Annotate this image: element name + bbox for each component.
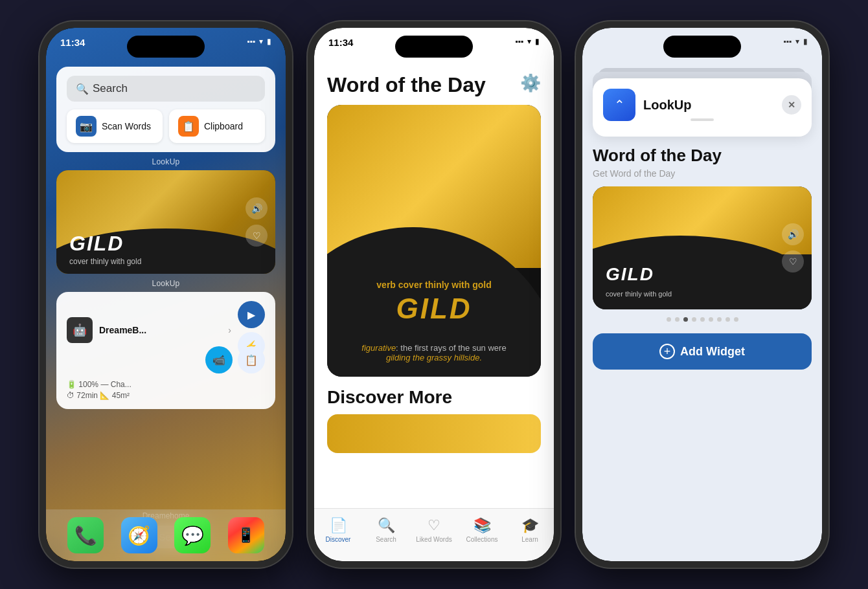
map-btn[interactable]: 📋: [238, 346, 265, 373]
preview-card-actions: 🔊 ♡: [782, 223, 804, 272]
dock-bar: 📞 🧭 💬 📱: [46, 509, 286, 561]
collections-label: Collections: [466, 536, 498, 543]
search-input-label[interactable]: Search: [93, 82, 128, 95]
discover-title: Discover More: [314, 377, 554, 414]
gild-widget[interactable]: GILD cover thinly with gold 🔊 ♡: [56, 170, 275, 274]
tab-liked[interactable]: ♡ Liked Words: [410, 517, 458, 543]
dot-3: [683, 317, 688, 322]
dh-device-icon: 🤖: [67, 317, 93, 343]
dot-9: [734, 317, 738, 322]
sound-btn[interactable]: 🔊: [246, 197, 268, 219]
scan-words-btn[interactable]: 📷 Scan Words: [67, 109, 163, 143]
app-card-header: ⌃ LookUp ✕: [603, 89, 801, 121]
widget-type-sub: Get Word of the Day: [582, 168, 822, 186]
preview-gild-word: GILD: [606, 264, 654, 285]
app-card-icon: ⌃: [603, 89, 635, 121]
battery-icon: ▮: [267, 37, 271, 46]
app-name: LookUp: [643, 98, 774, 113]
tab-search[interactable]: 🔍 Search: [362, 517, 410, 543]
dh-battery: 🔋 100% — Cha...: [67, 380, 265, 389]
add-widget-label: Add Widget: [680, 345, 745, 359]
play-btn[interactable]: ▶: [238, 301, 265, 328]
status-icons-2: ▪▪▪ ▾ ▮: [515, 37, 540, 46]
dh-stats: 🔋 100% — Cha... ⏱ 72min 📐 45m²: [67, 380, 265, 400]
lookup-label-1: LookUp: [56, 157, 275, 166]
lookup-label-2: LookUp: [56, 279, 275, 288]
battery-icon-2: ▮: [535, 37, 540, 46]
dh-time-area: ⏱ 72min 📐 45m²: [67, 391, 265, 400]
dot-7: [717, 317, 722, 322]
dock-safari-icon[interactable]: 🧭: [121, 517, 157, 553]
phone3-content: ⌃ LookUp ✕ Word of the Day Get Word of t…: [582, 63, 822, 561]
big-gild-card[interactable]: verb cover thinly with gold GILD figurat…: [327, 105, 541, 377]
heart-btn[interactable]: ♡: [246, 225, 268, 247]
status-time-1: 11:34: [60, 37, 85, 48]
wifi-icon: ▾: [259, 37, 263, 46]
preview-sound-btn[interactable]: 🔊: [782, 223, 804, 245]
widget-container-1: 🔍 Search 📷 Scan Words 📋 Clipboard: [56, 67, 275, 414]
dynamic-island-2: [395, 36, 473, 58]
add-widget-icon: +: [659, 344, 675, 359]
phone-1: 11:34 ▪▪▪ ▾ ▮ 🔍 Search 📷: [40, 21, 292, 568]
gild-example: figurative: the first rays of the sun we…: [340, 343, 528, 362]
tab-collections[interactable]: 📚 Collections: [458, 517, 506, 543]
discover-label: Discover: [326, 536, 351, 543]
learn-icon: 🎓: [521, 517, 539, 534]
dynamic-island-3: [663, 36, 741, 58]
close-btn[interactable]: ✕: [782, 95, 801, 115]
dreamehome-widget[interactable]: 🤖 DreameB... › ▶ ⚡ 📹 📋 🔋 100% — Cha...: [56, 292, 275, 409]
dot-8: [725, 317, 730, 322]
wotd-title: Word of the Day: [314, 63, 554, 105]
gild-word-big: GILD: [327, 293, 541, 325]
dynamic-island-1: [127, 36, 205, 58]
phone-2: 11:34 ▪▪▪ ▾ ▮ ⚙️ Word of the Day verb co…: [308, 21, 560, 568]
preview-card[interactable]: GILD cover thinly with gold 🔊 ♡: [593, 186, 812, 309]
battery-icon-3: ▮: [803, 37, 808, 46]
quick-actions: 📷 Scan Words 📋 Clipboard: [67, 109, 265, 143]
status-icons-3: ▪▪▪ ▾ ▮: [783, 37, 808, 46]
widget-type-title: Word of the Day: [582, 137, 822, 168]
dot-4: [692, 317, 696, 322]
gild-pos: verb cover thinly with gold: [327, 280, 541, 290]
lookup-app-icon: ⌃: [614, 97, 625, 113]
discover-icon: 📄: [330, 517, 347, 534]
clipboard-icon: 📋: [178, 116, 199, 137]
tab-learn[interactable]: 🎓 Learn: [506, 517, 554, 543]
gild-figurative: figurative: [361, 343, 396, 353]
gear-btn[interactable]: ⚙️: [520, 73, 541, 93]
preview-heart-btn[interactable]: ♡: [782, 250, 804, 272]
signal-icon: ▪▪▪: [247, 37, 255, 46]
dock-messages-icon[interactable]: 💬: [174, 517, 211, 553]
signal-icon-3: ▪▪▪: [783, 37, 792, 46]
gild-actions: 🔊 ♡: [246, 197, 268, 247]
collections-icon: 📚: [474, 517, 491, 534]
add-widget-btn[interactable]: + Add Widget: [593, 333, 812, 370]
dot-6: [709, 317, 713, 322]
status-time-2: 11:34: [328, 37, 353, 48]
dock-phone-icon[interactable]: 📞: [67, 517, 104, 553]
search-icon: 🔍: [76, 83, 87, 94]
wifi-icon-3: ▾: [795, 37, 799, 46]
dh-device-name: DreameB...: [99, 325, 222, 335]
liked-label: Liked Words: [416, 536, 451, 543]
phone-3: ▪▪▪ ▾ ▮ ⌃ LookUp ✕: [576, 21, 828, 568]
dock-apps-icon[interactable]: 📱: [228, 517, 264, 553]
dot-2: [675, 317, 680, 322]
gild-word-small: GILD: [69, 232, 124, 256]
tab-discover[interactable]: 📄 Discover: [314, 517, 362, 543]
phone2-content: ⚙️ Word of the Day verb cover thinly wit…: [314, 63, 554, 561]
learn-label: Learn: [521, 536, 538, 543]
search-bar[interactable]: 🔍 Search: [67, 76, 265, 102]
dot-1: [667, 317, 671, 322]
camera-btn[interactable]: 📹: [205, 346, 233, 373]
wifi-icon-2: ▾: [527, 37, 531, 46]
search-widget[interactable]: 🔍 Search 📷 Scan Words 📋 Clipboard: [56, 67, 275, 152]
gild-gilding: gilding the grassy hillside.: [386, 353, 482, 362]
app-card: ⌃ LookUp ✕: [593, 78, 812, 137]
scan-words-icon: 📷: [76, 116, 97, 137]
discover-card[interactable]: [327, 414, 541, 453]
search-tab-icon: 🔍: [378, 517, 395, 534]
tab-bar-2: 📄 Discover 🔍 Search ♡ Liked Words 📚 Coll…: [314, 508, 554, 561]
clipboard-btn[interactable]: 📋 Clipboard: [169, 109, 265, 143]
gild-def-small: cover thinly with gold: [69, 257, 141, 266]
